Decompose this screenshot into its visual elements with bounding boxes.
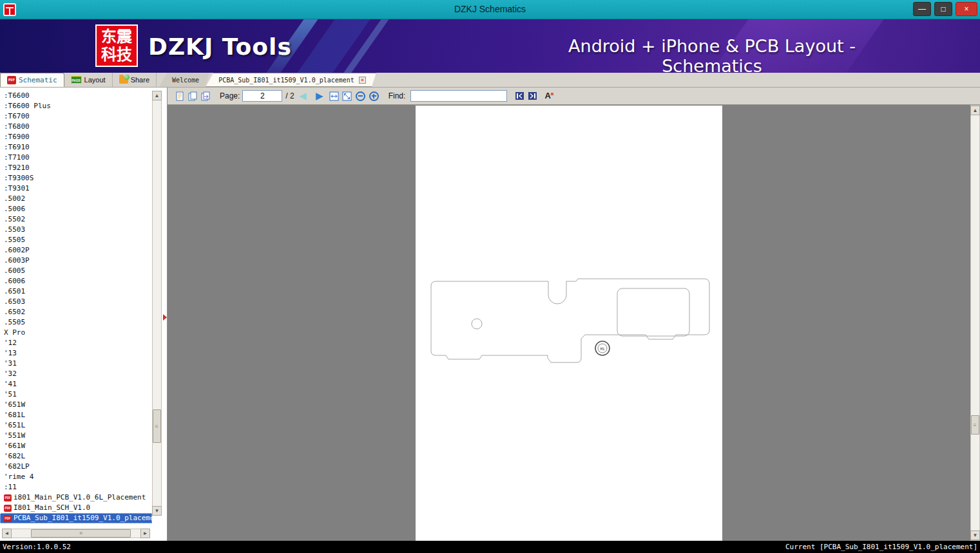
model-list-item[interactable]: .6503: [0, 297, 152, 307]
scroll-right-icon[interactable]: ►: [140, 529, 150, 538]
find-previous-icon[interactable]: [514, 89, 526, 103]
model-list-item[interactable]: '682LP: [0, 462, 152, 472]
scroll-down-icon[interactable]: ▼: [152, 506, 162, 516]
viewer-scroll-down-icon[interactable]: ▼: [970, 530, 980, 540]
model-list-item[interactable]: .5505: [0, 235, 152, 245]
doc-tab-close-icon[interactable]: ×: [359, 77, 366, 84]
page-copy-icon[interactable]: [173, 89, 186, 103]
pages-duplicate-icon[interactable]: [186, 89, 199, 103]
model-list-item[interactable]: '661W: [0, 441, 152, 451]
model-list-item[interactable]: :T6910: [0, 142, 152, 153]
component-label: M1: [600, 347, 605, 351]
document-viewer: M1: [168, 105, 970, 541]
viewer-scrollbar-thumb[interactable]: ≡: [971, 415, 979, 435]
previous-page-icon[interactable]: ◀: [296, 89, 309, 103]
page-total: / 2: [285, 91, 294, 100]
model-list-item[interactable]: .6006: [0, 276, 152, 286]
tab-schematic[interactable]: PDF Schematic: [0, 73, 64, 87]
doc-tab-welcome[interactable]: Welcome: [159, 73, 209, 87]
page-number-input[interactable]: [242, 90, 282, 102]
brand-banner: 东震 科技 DZKJ Tools Android + iPhone & PCB …: [0, 19, 980, 73]
title-bar: DZKJ Schematics — □ ×: [0, 0, 980, 19]
application-window: DZKJ Schematics — □ × 东震 科技 DZKJ Tools A…: [0, 0, 980, 553]
sidebar-hscrollbar-thumb[interactable]: ≡: [31, 529, 131, 538]
next-page-icon[interactable]: ▶: [313, 89, 326, 103]
model-list-item[interactable]: '51: [0, 389, 152, 400]
model-list-item[interactable]: .5505: [0, 317, 152, 328]
close-button[interactable]: ×: [956, 2, 977, 16]
zoom-in-icon[interactable]: [369, 91, 379, 101]
model-list-item[interactable]: .6501: [0, 286, 152, 297]
tab-bar: PDF Schematic PADS Layout Share Welcome …: [0, 73, 980, 88]
viewer-scroll-up-icon[interactable]: ▲: [970, 106, 980, 115]
text-size-icon[interactable]: Aa: [544, 91, 553, 100]
document-tabs: Welcome PCBA_Sub_I801_it1509_V1.0_placem…: [163, 73, 376, 87]
model-list-item[interactable]: '31: [0, 359, 152, 369]
model-list-item[interactable]: .5503: [0, 225, 152, 235]
pdf-icon: PDF: [4, 515, 12, 522]
pdf-document-item[interactable]: PDFPCBA_Sub_I801_it1509_V1.0_placement: [0, 513, 152, 523]
pages-export-icon[interactable]: [199, 89, 212, 103]
model-list-item[interactable]: :T6700: [0, 111, 152, 122]
model-list-item[interactable]: X Pro: [0, 328, 152, 338]
window-title: DZKJ Schematics: [454, 4, 526, 14]
find-label: Find:: [389, 91, 406, 100]
sidebar-collapse-arrow[interactable]: [163, 314, 167, 321]
viewer-vertical-scrollbar[interactable]: [970, 105, 980, 541]
minimize-button[interactable]: —: [913, 2, 931, 16]
fit-page-icon[interactable]: [341, 89, 354, 103]
model-list-item[interactable]: .6003P: [0, 256, 152, 266]
pdf-icon: PDF: [7, 76, 16, 84]
model-list-item[interactable]: :T9301: [0, 183, 152, 194]
find-next-icon[interactable]: [526, 89, 539, 103]
model-list-item[interactable]: :T9210: [0, 163, 152, 173]
model-list-item[interactable]: '41: [0, 379, 152, 389]
share-icon: [119, 77, 128, 84]
sidebar-scrollbar-thumb[interactable]: ≡: [153, 409, 161, 443]
model-list-item[interactable]: .6502: [0, 307, 152, 317]
doc-tab-placement[interactable]: PCBA_Sub_I801_it1509_V1.0_placement ×: [206, 73, 376, 87]
status-bar: Version:1.0.0.52 Current [PCBA_Sub_I801_…: [0, 541, 980, 553]
scroll-up-icon[interactable]: ▲: [152, 91, 162, 100]
model-list-item[interactable]: '32: [0, 369, 152, 379]
model-list-item[interactable]: '12: [0, 338, 152, 348]
maximize-button[interactable]: □: [934, 2, 952, 16]
model-list-item[interactable]: :T6800: [0, 122, 152, 132]
model-list-item[interactable]: .6005: [0, 266, 152, 276]
scroll-left-icon[interactable]: ◄: [2, 529, 12, 538]
model-list-item[interactable]: 'rime 4: [0, 472, 152, 482]
model-list-item[interactable]: :T6600: [0, 91, 152, 101]
logo-text-bottom: 科技: [101, 46, 132, 64]
fit-width-icon[interactable]: [328, 89, 341, 103]
app-icon[interactable]: [3, 3, 16, 16]
model-list-item[interactable]: .5006: [0, 204, 152, 214]
model-list-item[interactable]: :T7100: [0, 153, 152, 163]
tab-schematic-label: Schematic: [19, 76, 57, 84]
model-list-item[interactable]: :T9300S: [0, 173, 152, 183]
company-logo: 东震 科技: [95, 24, 138, 67]
model-list-item[interactable]: '651L: [0, 420, 152, 431]
pdf-document-item[interactable]: PDFi801_Main_PCB_V1.0_6L_Placement: [0, 492, 152, 503]
model-list-item[interactable]: :T6900: [0, 132, 152, 142]
tab-share-label: Share: [131, 76, 149, 84]
model-list-item[interactable]: .6002P: [0, 245, 152, 256]
model-list-item[interactable]: .5502: [0, 214, 152, 225]
model-list-item[interactable]: '682L: [0, 451, 152, 462]
model-list-item[interactable]: :T6600 Plus: [0, 101, 152, 111]
logo-text-top: 东震: [101, 28, 132, 46]
model-list-item[interactable]: '651W: [0, 400, 152, 410]
model-list-item[interactable]: .5002: [0, 194, 152, 204]
model-list-item[interactable]: '551W: [0, 431, 152, 441]
pads-icon: PADS: [71, 76, 82, 84]
zoom-out-icon[interactable]: [356, 91, 365, 101]
model-list-item[interactable]: '13: [0, 348, 152, 359]
sidebar-vertical-scrollbar[interactable]: [152, 91, 162, 516]
model-list-item[interactable]: :11: [0, 482, 152, 492]
find-input[interactable]: [410, 90, 507, 102]
page-label: Page:: [220, 91, 240, 100]
model-list-item[interactable]: '681L: [0, 410, 152, 420]
model-list: :T6600:T6600 Plus:T6700:T6800:T6900:T691…: [0, 91, 152, 526]
pdf-document-item[interactable]: PDFI801_Main_SCH_V1.0: [0, 503, 152, 513]
tab-layout[interactable]: PADS Layout: [64, 73, 113, 87]
tab-share[interactable]: Share: [113, 73, 157, 87]
